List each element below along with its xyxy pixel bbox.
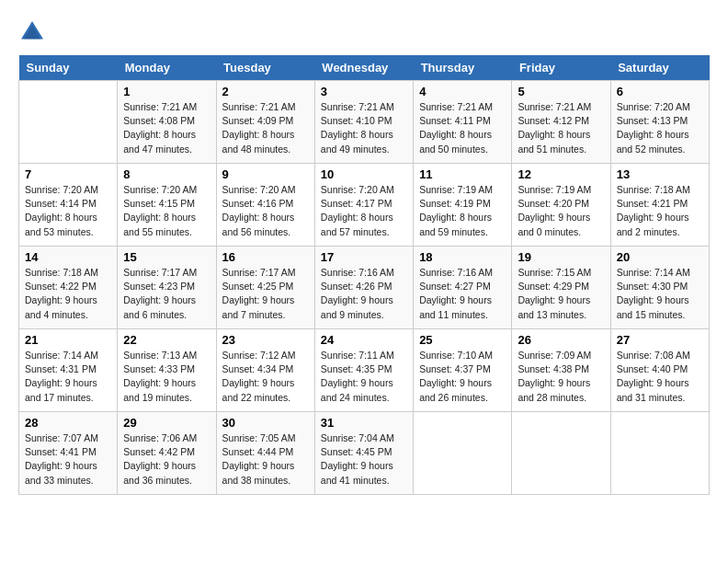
calendar-cell: 16Sunrise: 7:17 AM Sunset: 4:25 PM Dayli… [216,247,314,329]
weekday-header-friday: Friday [512,55,610,81]
calendar-cell: 12Sunrise: 7:19 AM Sunset: 4:20 PM Dayli… [512,164,610,247]
day-number: 6 [617,85,703,98]
calendar-cell: 15Sunrise: 7:17 AM Sunset: 4:23 PM Dayli… [118,247,216,329]
calendar-cell: 26Sunrise: 7:09 AM Sunset: 4:38 PM Dayli… [512,329,610,412]
day-info: Sunrise: 7:17 AM Sunset: 4:23 PM Dayligh… [123,266,210,322]
calendar-cell: 30Sunrise: 7:05 AM Sunset: 4:44 PM Dayli… [216,412,314,495]
day-info: Sunrise: 7:14 AM Sunset: 4:31 PM Dayligh… [25,349,111,405]
calendar-cell: 11Sunrise: 7:19 AM Sunset: 4:19 PM Dayli… [414,164,512,247]
weekday-header-row: SundayMondayTuesdayWednesdayThursdayFrid… [19,55,710,81]
day-number: 30 [222,416,309,430]
day-info: Sunrise: 7:04 AM Sunset: 4:45 PM Dayligh… [321,431,407,488]
day-number: 29 [123,416,210,430]
calendar-cell: 31Sunrise: 7:04 AM Sunset: 4:45 PM Dayli… [314,412,413,495]
calendar-cell [512,412,610,495]
calendar-cell: 9Sunrise: 7:20 AM Sunset: 4:16 PM Daylig… [216,164,314,247]
day-number: 25 [419,333,506,347]
day-info: Sunrise: 7:14 AM Sunset: 4:30 PM Dayligh… [617,266,703,322]
day-number: 11 [419,167,506,181]
day-number: 23 [222,333,309,347]
day-info: Sunrise: 7:21 AM Sunset: 4:12 PM Dayligh… [518,100,604,156]
day-number: 7 [25,167,111,181]
day-info: Sunrise: 7:17 AM Sunset: 4:25 PM Dayligh… [222,266,309,322]
calendar-cell: 25Sunrise: 7:10 AM Sunset: 4:37 PM Dayli… [414,329,512,412]
day-number: 13 [617,167,703,181]
weekday-header-thursday: Thursday [414,55,512,81]
day-info: Sunrise: 7:15 AM Sunset: 4:29 PM Dayligh… [518,266,604,322]
day-info: Sunrise: 7:20 AM Sunset: 4:16 PM Dayligh… [222,183,309,239]
day-number: 5 [518,85,604,98]
calendar-cell: 18Sunrise: 7:16 AM Sunset: 4:27 PM Dayli… [414,247,512,329]
weekday-header-tuesday: Tuesday [216,55,314,81]
calendar-cell: 14Sunrise: 7:18 AM Sunset: 4:22 PM Dayli… [19,247,118,329]
calendar-week-4: 21Sunrise: 7:14 AM Sunset: 4:31 PM Dayli… [19,329,710,412]
day-info: Sunrise: 7:20 AM Sunset: 4:14 PM Dayligh… [25,183,111,239]
day-number: 17 [321,250,407,264]
day-number: 27 [617,333,703,347]
calendar-cell [19,81,118,164]
calendar-cell: 28Sunrise: 7:07 AM Sunset: 4:41 PM Dayli… [19,412,118,495]
day-info: Sunrise: 7:20 AM Sunset: 4:15 PM Dayligh… [123,183,210,239]
calendar-cell: 5Sunrise: 7:21 AM Sunset: 4:12 PM Daylig… [512,81,610,164]
weekday-header-monday: Monday [118,55,216,81]
day-number: 26 [518,333,604,347]
calendar-cell [414,412,512,495]
calendar-cell [610,412,709,495]
day-number: 16 [222,250,309,264]
day-info: Sunrise: 7:19 AM Sunset: 4:20 PM Dayligh… [518,183,604,239]
day-number: 1 [123,85,210,98]
calendar-cell: 2Sunrise: 7:21 AM Sunset: 4:09 PM Daylig… [216,81,314,164]
calendar-table: SundayMondayTuesdayWednesdayThursdayFrid… [18,55,710,495]
calendar-week-2: 7Sunrise: 7:20 AM Sunset: 4:14 PM Daylig… [19,164,710,247]
calendar-cell: 22Sunrise: 7:13 AM Sunset: 4:33 PM Dayli… [118,329,216,412]
calendar-cell: 29Sunrise: 7:06 AM Sunset: 4:42 PM Dayli… [118,412,216,495]
day-number: 14 [25,250,111,264]
calendar-cell: 19Sunrise: 7:15 AM Sunset: 4:29 PM Dayli… [512,247,610,329]
calendar-week-3: 14Sunrise: 7:18 AM Sunset: 4:22 PM Dayli… [19,247,710,329]
day-info: Sunrise: 7:12 AM Sunset: 4:34 PM Dayligh… [222,349,309,405]
day-info: Sunrise: 7:16 AM Sunset: 4:26 PM Dayligh… [321,266,407,322]
day-number: 8 [123,167,210,181]
day-info: Sunrise: 7:18 AM Sunset: 4:21 PM Dayligh… [617,183,703,239]
day-info: Sunrise: 7:10 AM Sunset: 4:37 PM Dayligh… [419,349,506,405]
day-info: Sunrise: 7:18 AM Sunset: 4:22 PM Dayligh… [25,266,111,322]
calendar-cell: 6Sunrise: 7:20 AM Sunset: 4:13 PM Daylig… [610,81,709,164]
calendar-week-1: 1Sunrise: 7:21 AM Sunset: 4:08 PM Daylig… [19,81,710,164]
day-info: Sunrise: 7:07 AM Sunset: 4:41 PM Dayligh… [25,431,111,488]
day-info: Sunrise: 7:21 AM Sunset: 4:10 PM Dayligh… [321,100,407,156]
day-number: 31 [321,416,407,430]
calendar-cell: 13Sunrise: 7:18 AM Sunset: 4:21 PM Dayli… [610,164,709,247]
day-number: 9 [222,167,309,181]
day-info: Sunrise: 7:21 AM Sunset: 4:08 PM Dayligh… [123,100,210,156]
day-number: 2 [222,85,309,98]
day-number: 28 [25,416,111,430]
day-number: 4 [419,85,506,98]
calendar-cell: 20Sunrise: 7:14 AM Sunset: 4:30 PM Dayli… [610,247,709,329]
day-number: 21 [25,333,111,347]
calendar-cell: 23Sunrise: 7:12 AM Sunset: 4:34 PM Dayli… [216,329,314,412]
day-info: Sunrise: 7:19 AM Sunset: 4:19 PM Dayligh… [419,183,506,239]
weekday-header-saturday: Saturday [610,55,709,81]
calendar-cell: 4Sunrise: 7:21 AM Sunset: 4:11 PM Daylig… [414,81,512,164]
calendar-cell: 17Sunrise: 7:16 AM Sunset: 4:26 PM Dayli… [314,247,413,329]
calendar-week-5: 28Sunrise: 7:07 AM Sunset: 4:41 PM Dayli… [19,412,710,495]
day-info: Sunrise: 7:16 AM Sunset: 4:27 PM Dayligh… [419,266,506,322]
weekday-header-wednesday: Wednesday [314,55,413,81]
day-info: Sunrise: 7:06 AM Sunset: 4:42 PM Dayligh… [123,431,210,488]
day-number: 10 [321,167,407,181]
day-info: Sunrise: 7:21 AM Sunset: 4:09 PM Dayligh… [222,100,309,156]
day-number: 19 [518,250,604,264]
day-number: 15 [123,250,210,264]
calendar-cell: 1Sunrise: 7:21 AM Sunset: 4:08 PM Daylig… [118,81,216,164]
day-info: Sunrise: 7:13 AM Sunset: 4:33 PM Dayligh… [123,349,210,405]
calendar-cell: 7Sunrise: 7:20 AM Sunset: 4:14 PM Daylig… [19,164,118,247]
day-info: Sunrise: 7:20 AM Sunset: 4:13 PM Dayligh… [617,100,703,156]
calendar-cell: 10Sunrise: 7:20 AM Sunset: 4:17 PM Dayli… [314,164,413,247]
day-info: Sunrise: 7:05 AM Sunset: 4:44 PM Dayligh… [222,431,309,488]
day-number: 18 [419,250,506,264]
day-info: Sunrise: 7:11 AM Sunset: 4:35 PM Dayligh… [321,349,407,405]
calendar-cell: 27Sunrise: 7:08 AM Sunset: 4:40 PM Dayli… [610,329,709,412]
day-number: 22 [123,333,210,347]
logo [18,18,50,46]
calendar-cell: 24Sunrise: 7:11 AM Sunset: 4:35 PM Dayli… [314,329,413,412]
